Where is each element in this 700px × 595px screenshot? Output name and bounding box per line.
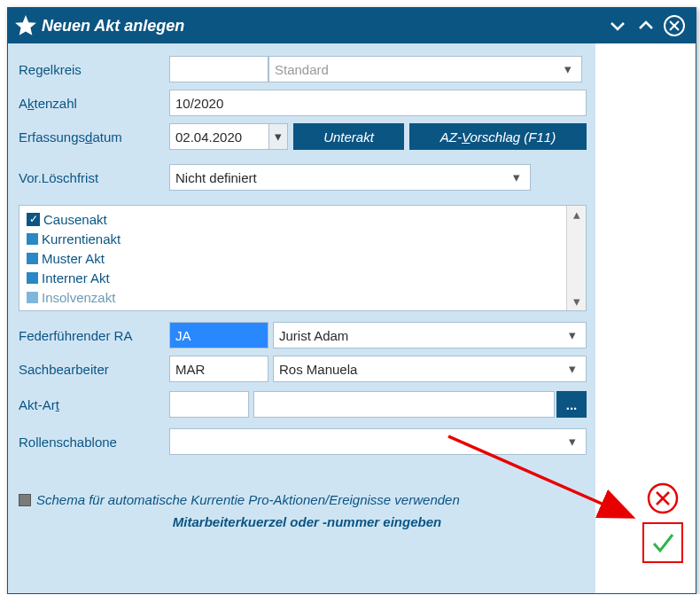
loeschfrist-select-value: Nicht definiert <box>175 170 257 185</box>
label-aktenzahl: Aktenzahl <box>19 96 169 111</box>
bullet-icon <box>27 233 38 245</box>
list-item[interactable]: Insolvenzakt <box>27 287 559 307</box>
az-vorschlag-button[interactable]: AZ-Vorschlag (F11) <box>409 123 587 150</box>
aktenzahl-input[interactable] <box>169 90 587 116</box>
regelkreis-select-value: Standard <box>275 62 329 77</box>
schema-label: Schema für automatische Kurrentie Pro-Ak… <box>36 492 460 507</box>
chevron-down-icon: ▾ <box>509 167 525 188</box>
confirm-button[interactable] <box>642 522 683 563</box>
dialog-window: Neuen Akt anlegen Regelkreis Standard ▾ <box>7 7 696 594</box>
close-button[interactable] <box>662 13 687 38</box>
scroll-down-icon[interactable]: ▾ <box>567 293 586 310</box>
collapse-down-button[interactable] <box>605 13 630 38</box>
bullet-icon <box>27 272 38 284</box>
aktart-value-input[interactable] <box>253 391 555 418</box>
scroll-up-icon[interactable]: ▴ <box>567 206 586 223</box>
aktart-code-input[interactable] <box>169 391 249 418</box>
star-icon <box>13 13 38 38</box>
sachbearbeiter-code-input[interactable] <box>169 356 268 382</box>
regelkreis-code-input[interactable] <box>169 56 268 82</box>
date-picker-toggle[interactable]: ▾ <box>268 123 288 150</box>
chevron-down-icon: ▾ <box>560 59 576 80</box>
bullet-icon <box>27 253 38 264</box>
label-loeschfrist: Vor.Löschfrist <box>19 170 169 185</box>
label-rollenschablone: Rollenschablone <box>19 435 169 450</box>
label-erfdatum: Erfassungsdatum <box>19 129 169 145</box>
akt-type-listbox[interactable]: ✓ Causenakt Kurrentienakt Muster Akt Int… <box>19 205 587 311</box>
ra-code-input[interactable] <box>169 322 268 348</box>
rollenschablone-select[interactable]: ▾ <box>169 428 587 455</box>
listbox-scrollbar[interactable]: ▴ ▾ <box>566 206 586 310</box>
bullet-icon <box>27 292 38 303</box>
regelkreis-select[interactable]: Standard ▾ <box>268 56 582 82</box>
checkbox-icon[interactable]: ✓ <box>27 213 40 226</box>
side-pane <box>595 43 696 593</box>
ra-select[interactable]: Jurist Adam ▾ <box>273 322 587 348</box>
chevron-down-icon: ▾ <box>564 431 580 452</box>
schema-checkbox-row[interactable]: Schema für automatische Kurrentie Pro-Ak… <box>19 492 595 507</box>
collapse-up-button[interactable] <box>634 13 658 38</box>
unterakt-button[interactable]: Unterakt <box>293 123 404 150</box>
sachbearbeiter-select[interactable]: Ros Manuela ▾ <box>273 356 587 382</box>
aktart-browse-button[interactable]: ... <box>556 391 587 418</box>
svg-marker-0 <box>15 15 36 35</box>
list-item[interactable]: Muster Akt <box>27 248 559 268</box>
listbox-items: ✓ Causenakt Kurrentienakt Muster Akt Int… <box>19 206 566 310</box>
loeschfrist-select[interactable]: Nicht definiert ▾ <box>169 164 531 191</box>
list-item[interactable]: Kurrentienakt <box>27 229 559 248</box>
label-akt-art: Akt-Art <box>19 397 169 412</box>
titlebar-actions <box>605 13 687 38</box>
titlebar: Neuen Akt anlegen <box>8 8 696 43</box>
ra-select-value: Jurist Adam <box>279 328 348 343</box>
cancel-button[interactable] <box>642 478 683 519</box>
list-item[interactable]: Interner Akt <box>27 268 559 287</box>
label-sachbearbeiter: Sachbearbeiter <box>19 362 169 377</box>
checkbox-icon[interactable] <box>19 494 31 506</box>
sachbearbeiter-select-value: Ros Manuela <box>279 362 357 377</box>
chevron-down-icon: ▾ <box>564 325 580 346</box>
window-title: Neuen Akt anlegen <box>42 17 605 35</box>
chevron-down-icon: ▾ <box>564 358 580 380</box>
list-item[interactable]: ✓ Causenakt <box>27 209 559 229</box>
erfdatum-input[interactable] <box>169 123 269 150</box>
status-hint: Mitarbeiterkuerzel oder -nummer eingeben <box>19 514 595 529</box>
label-regelkreis: Regelkreis <box>19 62 169 77</box>
form-pane: Regelkreis Standard ▾ Aktenzahl Erfassun… <box>8 43 595 593</box>
label-federfuehrender-ra: Federführender RA <box>19 328 169 343</box>
